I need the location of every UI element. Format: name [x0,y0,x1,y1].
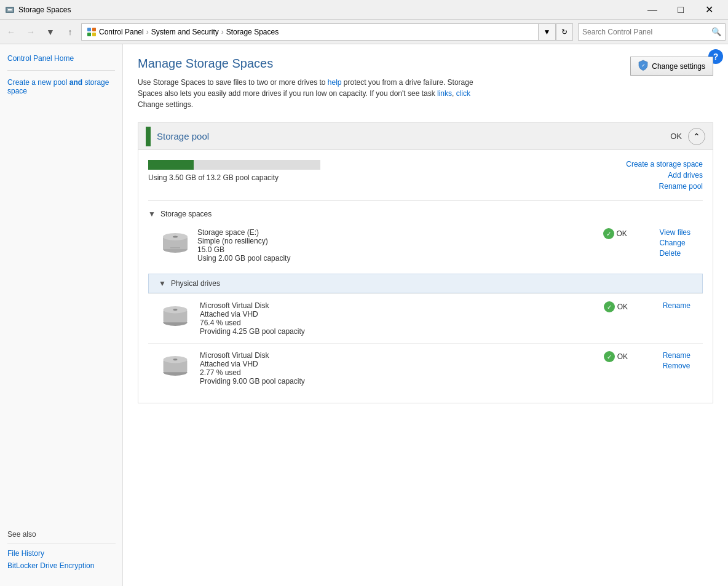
address-bar: ← → ▼ ↑ Control Panel › System and Secur… [0,20,728,44]
add-drives-link[interactable]: Add drives [626,171,703,180]
physical-drive-info-0: Microsoft Virtual Disk Attached via VHD … [200,301,594,336]
status-ok-drive-0: ✓ OK [604,301,653,312]
storage-space-item-0: Storage space (E:) Simple (no resiliency… [148,222,703,269]
ok-circle-drive-0: ✓ [604,301,615,312]
address-path[interactable]: Control Panel › System and Security › St… [81,23,539,41]
create-link-prefix: Create a new pool [7,78,69,87]
physical-drive-info-1: Microsoft Virtual Disk Attached via VHD … [200,351,594,386]
storage-space-info-0: Storage space (E:) Simple (no resiliency… [197,228,596,263]
ok-circle-0: ✓ [603,228,614,239]
content-area: ? Manage Storage Spaces Use Storage Spac… [123,44,728,586]
svg-rect-5 [87,33,91,36]
pool-collapse-button[interactable]: ⌃ [688,128,705,145]
physical-drive-pct-1: 2.77 % used [200,368,594,377]
ok-text-drive-1: OK [617,352,628,361]
delete-link[interactable]: Delete [660,249,690,258]
svg-rect-6 [92,33,96,36]
pool-color-indicator [146,127,151,146]
pool-progress-bar [148,160,320,170]
svg-point-11 [173,236,178,238]
svg-rect-3 [87,28,91,31]
content-description: Use Storage Spaces to save files to two … [138,77,476,110]
pool-actions: Create a storage space Add drives Rename… [626,160,703,191]
svg-point-20 [173,358,178,360]
up-button[interactable]: ↑ [61,23,79,41]
window-title: Storage Spaces [18,6,638,14]
pool-usage-text: Using 3.50 GB of 13.2 GB pool capacity [148,173,320,182]
physical-drive-item-0: Microsoft Virtual Disk Attached via VHD … [148,293,703,343]
physical-drive-capacity-1: Providing 9.00 GB pool capacity [200,377,594,386]
change-link[interactable]: Change [660,239,690,247]
progress-bar-fill [148,160,194,170]
page-title: Manage Storage Spaces [138,57,713,71]
rename-drive-1-link[interactable]: Rename [663,351,690,360]
svg-rect-2 [8,9,12,10]
app-icon [5,5,15,15]
change-settings-button[interactable]: ✓ Change settings [630,57,713,76]
storage-space-type-0: Simple (no resiliency) [197,237,596,245]
content-header: Manage Storage Spaces Use Storage Spaces… [138,57,713,110]
svg-rect-4 [92,28,96,31]
physical-disk-icon-1 [160,351,190,381]
pool-ok-badge: OK [670,132,682,141]
create-storage-space-link[interactable]: Create a storage space [626,160,703,168]
status-ok-drive-1: ✓ OK [604,351,653,362]
status-ok-0: ✓ OK [603,228,652,239]
physical-drive-capacity-0: Providing 4.25 GB pool capacity [200,327,594,336]
click-link[interactable]: click [456,89,470,98]
view-files-link[interactable]: View files [660,228,690,237]
physical-drive-actions-1: Rename Remove [663,351,690,370]
physical-drive-name-0: Microsoft Virtual Disk [200,301,594,310]
forward-button[interactable]: → [22,23,39,41]
sidebar-create-pool-link[interactable]: Create a new pool and storage space [7,78,115,95]
storage-pool-panel: Storage pool OK ⌃ Using 3.50 GB of 13.2 … [138,122,713,403]
shield-settings-icon: ✓ [638,60,648,73]
storage-spaces-section-title: Storage spaces [160,210,212,218]
main-layout: Control Panel Home Create a new pool and… [0,44,728,586]
svg-text:✓: ✓ [641,63,646,68]
search-input[interactable] [582,28,709,36]
chevron-drives-icon: ▼ [159,279,166,288]
create-link-bold: and [69,78,82,87]
search-icon[interactable]: 🔍 [711,27,721,36]
physical-drive-item-1: Microsoft Virtual Disk Attached via VHD … [148,343,703,393]
physical-drives-title: Physical drives [171,279,220,288]
address-dropdown-button[interactable]: ▼ [539,23,556,41]
see-also-title: See also [7,530,116,539]
sidebar-bottom: See also File History BitLocker Drive En… [7,528,116,574]
physical-drives-section-header[interactable]: ▼ Physical drives [148,274,703,293]
refresh-button[interactable]: ↻ [556,23,573,41]
pool-title: Storage pool [157,131,664,141]
section-divider-1 [148,200,703,201]
path-storage-spaces: Storage Spaces [226,28,279,36]
svg-point-16 [173,309,178,311]
maximize-button[interactable]: □ [667,0,695,20]
sidebar-control-panel-home[interactable]: Control Panel Home [7,54,115,63]
physical-drive-name-1: Microsoft Virtual Disk [200,351,594,360]
minimize-button[interactable]: — [638,0,667,20]
sidebar-bitlocker[interactable]: BitLocker Drive Encryption [7,561,116,570]
sidebar: Control Panel Home Create a new pool and… [0,44,123,586]
help-link[interactable]: help [328,78,342,87]
sidebar-file-history[interactable]: File History [7,549,116,558]
path-system-security: System and Security [151,28,219,36]
physical-drive-actions-0: Rename [663,301,690,310]
rename-pool-link[interactable]: Rename pool [626,182,703,191]
control-panel-icon [87,27,97,37]
path-control-panel: Control Panel [99,28,144,36]
storage-space-actions-0: View files Change Delete [660,228,690,258]
pool-body: Using 3.50 GB of 13.2 GB pool capacity C… [138,150,713,403]
rename-drive-0-link[interactable]: Rename [663,301,690,310]
change-settings-label: Change settings [652,62,705,71]
physical-drive-conn-1: Attached via VHD [200,360,594,368]
storage-spaces-section-header[interactable]: ▼ Storage spaces [148,206,703,222]
ok-circle-drive-1: ✓ [604,351,615,362]
links-link[interactable]: links [437,89,452,98]
remove-drive-1-link[interactable]: Remove [663,362,690,370]
storage-space-usage-0: Using 2.00 GB pool capacity [197,254,596,263]
back-button[interactable]: ← [2,23,20,41]
ok-text-0: OK [617,229,627,238]
recent-locations-button[interactable]: ▼ [42,23,59,41]
pool-usage-left: Using 3.50 GB of 13.2 GB pool capacity [148,160,320,182]
close-button[interactable]: ✕ [695,0,723,20]
